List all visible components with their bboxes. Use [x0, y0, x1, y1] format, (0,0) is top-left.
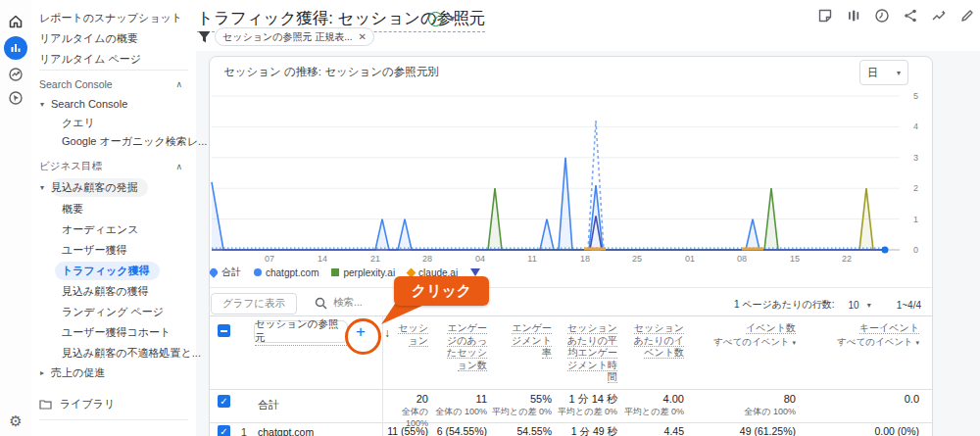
sidebar-item-18[interactable]: ▸売上の促進: [31, 363, 196, 382]
sidebar-item-19[interactable]: ライブラリ: [31, 394, 196, 413]
sidebar-item-6[interactable]: クエリ: [31, 113, 196, 132]
divider: [210, 315, 932, 316]
metric-cell: 1 分 49 秒: [552, 425, 617, 436]
sidebar-item-label: 見込み顧客の不適格処置と...: [62, 346, 201, 361]
event-filter-select[interactable]: すべてのイベント ▾: [796, 335, 919, 349]
sidebar-item-10[interactable]: 概要: [31, 199, 196, 218]
column-header-0[interactable]: セッション: [382, 322, 428, 384]
sidebar-item-label: レポートのスナップショット: [39, 11, 182, 25]
sidebar-item-14[interactable]: 見込み顧客の獲得: [31, 281, 196, 301]
saved-check-badge: ✓: [428, 12, 443, 26]
sidebar-item-5[interactable]: ▾Search Console: [31, 94, 196, 114]
sidebar-item-16[interactable]: ユーザー獲得コホート: [31, 322, 196, 342]
legend-label: chatgpt.com: [266, 267, 318, 278]
column-header-5[interactable]: イベント数すべてのイベント ▾: [684, 322, 796, 384]
svg-text:04: 04: [475, 254, 485, 264]
svg-text:15: 15: [790, 254, 800, 264]
title-caret-icon[interactable]: ▾: [450, 13, 455, 24]
sidebar-item-0[interactable]: レポートのスナップショット: [31, 8, 196, 27]
sidebar-item-15[interactable]: ランディング ページ: [31, 302, 196, 321]
legend-triangle-marker: [470, 268, 480, 276]
column-header-2[interactable]: エンゲージメント率: [487, 322, 552, 384]
sidebar-item-label: ユーザー獲得コホート: [62, 325, 171, 340]
dimension-label: セッションの参照元: [255, 317, 347, 346]
metric-cell: 1 分 14 秒平均との差 0%: [552, 393, 617, 429]
legend-item-hidden[interactable]: [470, 268, 480, 276]
sidebar-item-section-8[interactable]: ビジネス目標∧: [31, 157, 196, 176]
reports-icon[interactable]: [4, 36, 27, 60]
sidebar-item-17[interactable]: 見込み顧客の不適格処置と...: [31, 343, 196, 363]
expand-caret-icon[interactable]: ▸: [37, 368, 47, 377]
legend-circle-marker: [254, 268, 262, 276]
metric-cell: 11全体の 100%: [428, 393, 487, 429]
sidebar-item-2[interactable]: リアルタイム ページ: [31, 49, 196, 69]
svg-text:5: 5: [913, 91, 918, 101]
row-checkbox-total[interactable]: ✓: [218, 395, 230, 408]
compare-icon[interactable]: [845, 7, 862, 24]
collapse-caret-icon[interactable]: ∧: [175, 79, 182, 89]
granularity-caret-icon: ▾: [897, 69, 901, 77]
filter-chip-label: セッションの参照元 正規表...: [222, 30, 353, 44]
sidebar-item-label: 見込み顧客の発掘: [51, 178, 148, 197]
note-icon[interactable]: [816, 7, 834, 24]
home-icon[interactable]: [4, 10, 27, 33]
dimension-selector[interactable]: セッションの参照元: [254, 320, 348, 343]
svg-text:4: 4: [913, 121, 918, 131]
sidebar-item-section-4[interactable]: Search Console∧: [31, 74, 196, 94]
expand-caret-icon[interactable]: ▾: [37, 183, 47, 192]
sidebar-item-label: オーディエンス: [62, 222, 139, 237]
filter-chip[interactable]: セッションの参照元 正規表... ✕: [215, 27, 374, 46]
advertising-icon[interactable]: [4, 86, 27, 110]
column-header-6[interactable]: キーイベントすべてのイベント ▾: [796, 322, 919, 384]
sidebar-item-label: クエリ: [62, 116, 95, 130]
sidebar-item-7[interactable]: Google オーガニック検索レ...: [31, 131, 196, 151]
expand-caret-icon[interactable]: ▾: [37, 100, 47, 109]
sidebar-divider: [39, 70, 188, 71]
legend-item-chatgpt.com[interactable]: chatgpt.com: [254, 267, 318, 278]
sidebar-divider: [39, 419, 188, 420]
plot-rows-button[interactable]: グラフに表示: [211, 293, 297, 315]
explore-icon[interactable]: [4, 63, 27, 86]
metric-cell: 49 (61.25%): [684, 425, 796, 436]
filter-chip-close-icon[interactable]: ✕: [359, 31, 367, 42]
filter-funnel-icon[interactable]: [198, 30, 211, 48]
table-search[interactable]: 検索...: [315, 296, 363, 310]
rows-per-page-caret-icon[interactable]: ▾: [867, 301, 871, 310]
svg-text:22: 22: [842, 254, 852, 264]
divider: [210, 287, 932, 288]
share-icon[interactable]: [902, 7, 919, 24]
collapse-caret-icon[interactable]: ∧: [175, 162, 182, 171]
column-header-3[interactable]: セッションあたりの平均エンゲージメント時間: [552, 322, 617, 384]
sidebar-item-label: ユーザー獲得: [62, 243, 127, 258]
event-filter-select[interactable]: すべてのイベント ▾: [684, 335, 796, 349]
legend-item-合計[interactable]: 合計: [210, 266, 241, 279]
svg-text:21: 21: [370, 254, 380, 264]
select-all-checkbox[interactable]: [218, 324, 230, 337]
legend-item-perplexity.ai[interactable]: perplexity.ai: [331, 267, 395, 278]
metric-cell: 20全体の 100%: [382, 393, 428, 429]
sidebar-item-9[interactable]: ▾見込み顧客の発掘: [31, 177, 196, 197]
column-header-1[interactable]: エンゲージのあったセッション数: [428, 322, 487, 384]
sidebar-section-label: Search Console: [39, 78, 113, 90]
edit-icon[interactable]: [958, 7, 976, 24]
svg-text:11: 11: [527, 254, 536, 264]
sidebar-item-1[interactable]: リアルタイムの概要: [31, 28, 196, 48]
sidebar-item-11[interactable]: オーディエンス: [31, 219, 196, 239]
row-checkbox-1[interactable]: ✓: [218, 425, 230, 436]
click-callout: クリック: [394, 276, 489, 306]
sidebar-item-12[interactable]: ユーザー獲得: [31, 240, 196, 260]
sidebar-item-label: リアルタイムの概要: [39, 31, 138, 46]
sidebar-item-label: 見込み顧客の獲得: [62, 284, 149, 299]
sidebar-item-13[interactable]: トラフィック獲得: [31, 261, 196, 280]
search-placeholder: 検索...: [333, 296, 363, 310]
rows-per-page-value[interactable]: 10: [849, 300, 859, 311]
legend-label: 合計: [221, 266, 241, 279]
svg-text:0: 0: [913, 245, 918, 255]
clock-icon[interactable]: [873, 7, 891, 24]
insights-icon[interactable]: [930, 7, 948, 24]
granularity-select[interactable]: 日 ▾: [859, 60, 908, 85]
svg-text:12月: 12月: [260, 264, 278, 265]
column-header-4[interactable]: セッションあたりのイベント数: [617, 322, 684, 384]
sidebar-item-label: 概要: [62, 202, 83, 217]
settings-gear-icon[interactable]: ⚙: [4, 410, 27, 433]
